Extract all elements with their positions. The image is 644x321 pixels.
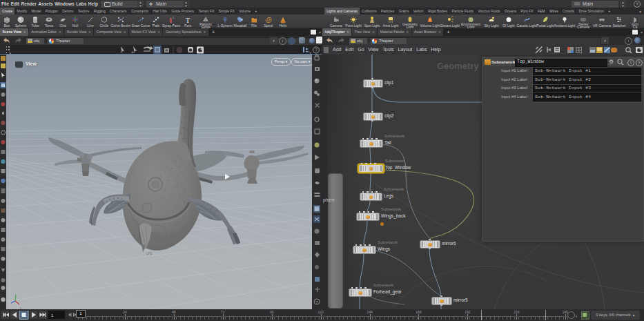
svg-text:LPS: LPS [146, 252, 153, 255]
svg-text:T: T [186, 16, 190, 23]
svg-text:?: ? [315, 48, 318, 52]
